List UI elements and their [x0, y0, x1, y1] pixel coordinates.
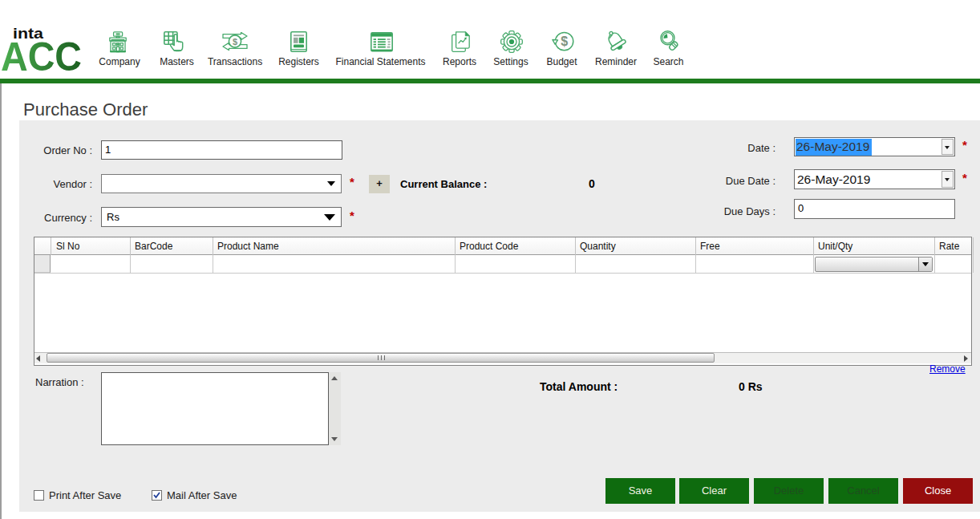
svg-text:$: $: [561, 34, 568, 48]
svg-text:$: $: [233, 37, 237, 47]
